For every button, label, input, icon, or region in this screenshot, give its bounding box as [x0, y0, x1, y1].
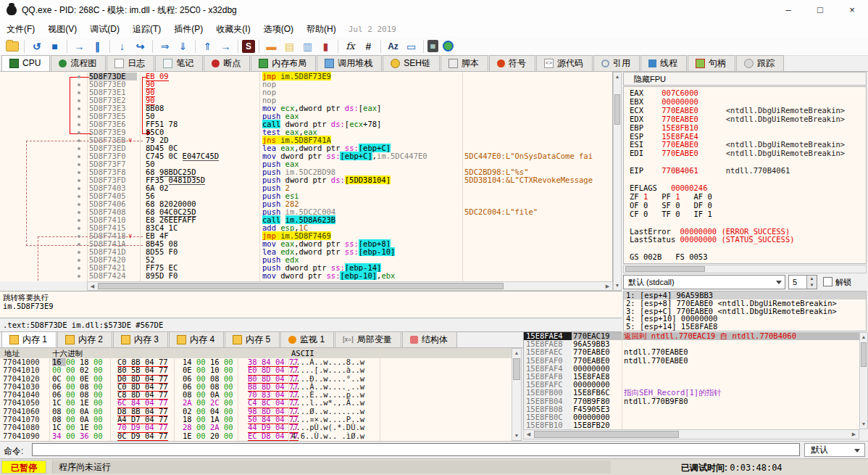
scroll-right-icon[interactable]: ▶ — [603, 282, 612, 290]
patch-icon[interactable]: ▬ — [263, 38, 280, 54]
breakpoint-dot-icon[interactable] — [78, 187, 80, 190]
stack-row[interactable]: 15E8FB0015E8FB6C指向SEH_Record[1]的指针 — [524, 389, 860, 397]
comment-cell[interactable]: 5DD38104:&L"CTXRevokeMessage — [464, 176, 609, 184]
breakpoint-dot-icon[interactable] — [78, 139, 80, 142]
phone-icon[interactable]: ▭ — [403, 38, 420, 54]
breakpoint-dot-icon[interactable] — [78, 219, 80, 222]
scroll-up-icon[interactable]: ▲ — [512, 349, 521, 358]
tab-notes[interactable]: 笔记 — [155, 55, 203, 71]
scroll-down-icon[interactable]: ▼ — [614, 281, 621, 290]
run-to-user-code-icon[interactable]: ⇑ — [199, 38, 216, 54]
comment-cell[interactable]: 5DC2C004:L"file" — [464, 208, 609, 216]
calculator-icon[interactable]: ▦ — [427, 40, 438, 52]
menu-item-2[interactable]: 调试(D) — [83, 20, 126, 38]
functions-icon[interactable]: fx — [342, 38, 359, 54]
scroll-down-icon[interactable]: ▼ — [860, 420, 867, 429]
stack-address-cell[interactable]: 15E8FB10 — [524, 421, 572, 429]
stack-arguments-list[interactable]: 1: [esp+4] 96A59BB32: [esp+8] 770EABE0 <… — [623, 291, 867, 331]
tab-source[interactable]: <>源代码 — [536, 55, 593, 71]
stack-hscrollbar[interactable]: ◀ ▶ — [523, 429, 859, 439]
tab-watch1[interactable]: 监视 1 — [280, 331, 334, 347]
calling-convention-select[interactable]: 默认 (stdcall) — [623, 275, 785, 289]
menu-item-5[interactable]: 收藏夹(I) — [209, 20, 256, 38]
breakpoint-dot-icon[interactable] — [78, 259, 80, 262]
stack-panel[interactable]: 15E8FAE4770EAC19返回到 ntdll.770EAC19 自 ntd… — [523, 332, 860, 429]
scroll-thumb[interactable] — [625, 266, 705, 272]
memory-byte-group[interactable]: 34 00 36 00 — [52, 432, 103, 440]
arg-count-spinner[interactable]: 5 ▲ ▼ — [788, 275, 817, 289]
disassembly-vscrollbar[interactable]: ▲ ▼ — [613, 72, 622, 291]
maximize-button[interactable]: □ — [804, 0, 836, 20]
instruction-cell[interactable]: mov dword ptr ss:[ebp-10],ebx — [262, 272, 395, 280]
breakpoint-dot-icon[interactable] — [78, 211, 80, 214]
spin-up-icon[interactable]: ▲ — [806, 276, 817, 282]
breakpoint-dot-icon[interactable] — [78, 131, 80, 134]
breakpoint-dot-icon[interactable] — [78, 115, 80, 118]
breakpoint-dot-icon[interactable] — [78, 243, 80, 246]
memory-vscrollbar[interactable]: ▲ ▼ — [512, 348, 522, 441]
breakpoint-dot-icon[interactable] — [78, 91, 80, 94]
bookmarks-icon[interactable]: ▮ — [317, 38, 334, 54]
memory-byte-group[interactable]: 1E 00 20 00 — [183, 432, 233, 440]
breakpoint-dot-icon[interactable] — [78, 75, 80, 78]
minimize-button[interactable]: – — [772, 0, 804, 20]
tab-script[interactable]: 脚本 — [441, 55, 488, 71]
breakpoint-dot-icon[interactable] — [78, 203, 80, 206]
tab-graph[interactable]: 流程图 — [51, 55, 106, 71]
stack-comment-cell[interactable]: ntdll.770B9F80 — [624, 397, 859, 405]
stack-value-cell[interactable]: 770EABE0 — [573, 348, 621, 356]
breakpoint-dot-icon[interactable] — [78, 123, 80, 126]
tab-dump1[interactable]: 内存 1 — [1, 331, 57, 347]
menu-item-6[interactable]: 选项(O) — [257, 20, 300, 38]
scroll-left-icon[interactable]: ◀ — [88, 282, 97, 290]
memory-ascii-cell[interactable]: 4.6..Ù.w.. .ìØ.w — [291, 432, 364, 440]
spin-down-icon[interactable]: ▼ — [806, 282, 817, 289]
stack-value-cell[interactable]: 15E8FB20 — [573, 421, 621, 429]
argument-row[interactable]: 2: [esp+8] 770EABE0 <ntdll.DbgUiRemoteBr… — [624, 300, 866, 307]
stack-address-cell[interactable]: 15E8FB00 — [524, 389, 572, 397]
memory-address-cell[interactable]: 77041080 — [3, 424, 40, 431]
register-line[interactable]: CF 0 TF 0 IF 1 — [630, 210, 866, 219]
tab-threads[interactable]: 线程 — [640, 55, 687, 71]
tab-references[interactable]: 引用 — [593, 55, 640, 71]
breakpoint-dot-icon[interactable] — [78, 163, 80, 166]
stack-comment-cell[interactable]: ntdll.770EABE0 — [624, 357, 859, 365]
labels-icon[interactable]: ▥ — [299, 38, 316, 54]
tab-dump4[interactable]: 内存 4 — [169, 331, 224, 347]
memory-dump-rows[interactable]: 7704100016 00 18 00C0 8B 04 7714 00 16 0… — [0, 358, 512, 441]
scylla-icon[interactable]: S — [242, 40, 255, 53]
scroll-right-icon[interactable]: ▶ — [849, 430, 859, 439]
breakpoint-dot-icon[interactable] — [78, 235, 80, 238]
registers-list[interactable]: EAX 007C6000EBX 00000000ECX 770EABE0 <nt… — [623, 86, 867, 264]
unlock-checkbox[interactable] — [823, 277, 832, 286]
breakpoint-dot-icon[interactable] — [78, 83, 80, 86]
scroll-thumb[interactable] — [614, 94, 620, 125]
tab-dump2[interactable]: 内存 2 — [57, 331, 112, 347]
stop-icon[interactable]: ■ — [46, 38, 63, 54]
breakpoint-dot-icon[interactable] — [78, 267, 80, 270]
open-file-icon[interactable] — [4, 38, 20, 54]
breakpoint-dot-icon[interactable] — [78, 195, 80, 198]
tab-memory-map[interactable]: 内存布局 — [251, 55, 316, 71]
stack-vscrollbar[interactable]: ▲ ▼ — [859, 332, 868, 429]
comments-icon[interactable]: ▤ — [281, 38, 298, 54]
restart-icon[interactable]: ↺ — [28, 38, 45, 54]
scroll-thumb[interactable] — [513, 358, 520, 380]
tab-dump3[interactable]: 内存 3 — [113, 331, 168, 347]
menu-item-4[interactable]: 插件(P) — [167, 20, 209, 38]
disassembly-panel[interactable]: ∨5D8F73DEEB 09jmp im.5D8F73E95D8F73E090n… — [0, 72, 613, 281]
breakpoint-dot-icon[interactable] — [78, 251, 80, 254]
step-into-icon[interactable]: ↓ — [114, 38, 130, 54]
command-input[interactable] — [32, 443, 800, 456]
stack-comment-cell[interactable]: 指向SEH_Record[1]的指针 — [624, 389, 859, 397]
comment-cell[interactable]: 5DC447E0:L"OnSysDataCome fai — [464, 152, 609, 160]
register-line[interactable]: LastStatus 00000000 (STATUS_SUCCESS) — [630, 236, 866, 244]
disassembly-hscrollbar[interactable]: ◀ ▶ — [87, 281, 613, 291]
scroll-up-icon[interactable]: ▲ — [614, 73, 621, 81]
tab-locals[interactable]: [x=]局部变量 — [335, 331, 401, 347]
comment-cell[interactable]: 5DC2BD98:L"%s" — [464, 168, 609, 176]
tab-seh[interactable]: SEH链 — [383, 55, 440, 71]
breakpoint-dot-icon[interactable] — [78, 275, 80, 278]
memory-row[interactable]: 7704109034 00 36 000C D9 04 771E 00 20 0… — [0, 432, 512, 440]
tab-call-stack[interactable]: 调用堆栈 — [317, 55, 382, 71]
